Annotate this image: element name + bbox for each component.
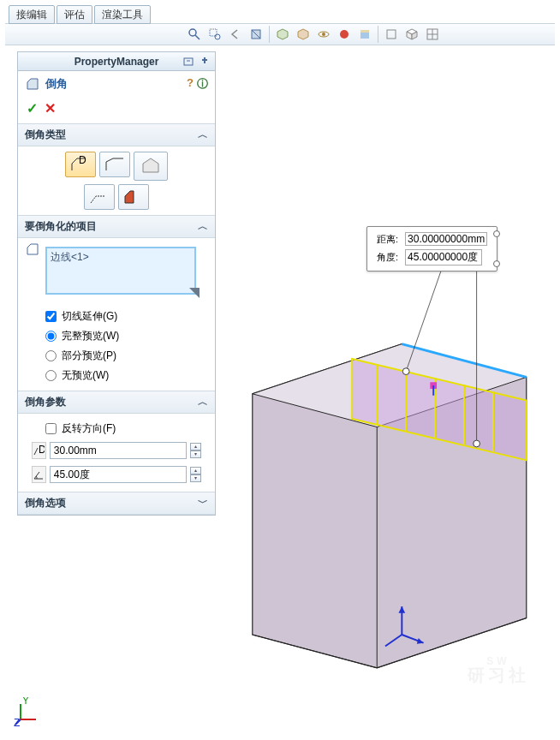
partial-preview-label: 部分预览(P) [62, 349, 116, 363]
scene-icon[interactable] [355, 25, 374, 44]
full-preview-radio[interactable] [45, 331, 57, 342]
appearance-icon[interactable] [335, 25, 354, 44]
svg-rect-9 [360, 33, 369, 39]
tab-render[interactable]: 渲染工具 [94, 5, 151, 24]
help-icon[interactable]: ? [187, 76, 194, 92]
chevron-down-icon: ﹀ [198, 496, 208, 510]
view-orientation-icon[interactable] [273, 25, 292, 44]
section-options[interactable]: 倒角选项 ﹀ [18, 492, 215, 515]
view-triad: Y Z [14, 697, 43, 726]
no-preview-radio[interactable] [45, 370, 57, 381]
grid-icon[interactable] [423, 25, 442, 44]
feature-header: 倒角 ? ⓘ [18, 71, 215, 97]
toolbar-separator [378, 26, 378, 43]
svg-point-35 [402, 368, 409, 375]
distance-icon: D [32, 442, 46, 459]
pm-title: PropertyManager [74, 56, 159, 68]
svg-point-7 [322, 33, 325, 36]
no-preview-label: 无预览(W) [62, 368, 109, 383]
feature-name: 倒角 [45, 76, 182, 92]
toolbar-separator [269, 26, 270, 43]
chevron-up-icon: ︿ [198, 128, 208, 142]
tangent-propagation-checkbox[interactable] [45, 311, 57, 322]
hide-show-icon[interactable] [314, 25, 333, 44]
angle-spinner[interactable]: ▴▾ [190, 467, 201, 482]
cube-icon[interactable] [402, 25, 421, 44]
callout-distance-label: 距离: [374, 231, 401, 247]
svg-rect-15 [184, 58, 193, 65]
section-title: 倒角选项 [25, 496, 66, 510]
svg-text:D: D [79, 155, 86, 166]
svg-rect-10 [360, 30, 369, 33]
svg-text:D: D [39, 445, 45, 456]
svg-point-3 [215, 34, 220, 39]
tab-evaluate[interactable]: 评估 [57, 5, 92, 24]
confirm-bar: ✓ ✕ [18, 97, 215, 123]
svg-point-36 [474, 440, 480, 447]
display-style-icon[interactable] [294, 25, 313, 44]
section-params[interactable]: 倒角参数 ︿ [18, 391, 215, 414]
view-toolbar [5, 23, 555, 45]
chevron-up-icon: ︿ [198, 219, 208, 234]
section-title: 倒角参数 [25, 395, 66, 409]
chamfer-type-distance-distance[interactable] [99, 152, 130, 177]
partial-preview-radio[interactable] [45, 350, 57, 361]
selection-list[interactable]: 边线<1> [45, 247, 196, 295]
callout-angle-label: 角度: [374, 248, 401, 266]
prev-view-icon[interactable] [226, 25, 245, 44]
full-preview-label: 完整预览(W) [62, 329, 119, 343]
svg-rect-11 [387, 30, 396, 39]
svg-text:Z: Z [14, 717, 20, 726]
angle-input[interactable] [50, 466, 187, 483]
graphics-viewport[interactable]: 距离: 30.00000000mm 角度: 45.00000000度 [219, 48, 548, 728]
section-items[interactable]: 要倒角化的项目 ︿ [18, 215, 215, 238]
selection-item[interactable]: 边线<1> [51, 250, 191, 265]
dimension-callout[interactable]: 距离: 30.00000000mm 角度: 45.00000000度 [366, 226, 497, 272]
property-manager-panel: PropertyManager 倒角 ? ⓘ ✓ ✕ 倒角类型 ︿ D 要倒 [17, 51, 216, 516]
pm-titlebar: PropertyManager [18, 52, 215, 71]
section-title: 要倒角化的项目 [25, 219, 97, 234]
distance-input[interactable] [50, 442, 187, 459]
svg-line-1 [195, 35, 200, 39]
reverse-label: 反转方向(F) [62, 421, 116, 436]
chamfer-type-angle-distance[interactable]: D [65, 152, 96, 177]
ribbon-tabs: 接编辑 评估 渲染工具 [9, 5, 555, 24]
callout-angle-value[interactable]: 45.00000000度 [405, 249, 482, 266]
svg-point-8 [340, 30, 349, 39]
tangent-label: 切线延伸(G) [62, 309, 117, 324]
section-title: 倒角类型 [25, 128, 66, 142]
ok-button[interactable]: ✓ [27, 100, 38, 116]
watermark: SW 研习社 [468, 656, 529, 683]
chamfer-icon [25, 76, 40, 92]
section-view-icon[interactable] [247, 25, 265, 44]
distance-spinner[interactable]: ▴▾ [190, 443, 201, 458]
svg-point-0 [189, 29, 196, 36]
cancel-button[interactable]: ✕ [45, 100, 56, 116]
tab-edit[interactable]: 接编辑 [9, 5, 55, 24]
model-view [219, 48, 548, 728]
chamfer-type-vertex[interactable] [134, 152, 168, 181]
chamfer-type-offset-face[interactable] [84, 184, 115, 210]
zoom-fit-icon[interactable] [185, 25, 204, 44]
callout-distance-value[interactable]: 30.00000000mm [405, 232, 487, 246]
zoom-area-icon[interactable] [206, 25, 224, 44]
pushpin-icon[interactable] [198, 55, 211, 69]
chamfer-type-face-face[interactable] [118, 184, 149, 210]
keep-visible-icon[interactable] [182, 55, 196, 69]
edge-select-icon [25, 242, 40, 260]
reverse-direction-checkbox[interactable] [45, 423, 57, 434]
angle-icon [32, 466, 46, 483]
section-chamfer-type[interactable]: 倒角类型 ︿ [18, 123, 215, 146]
svg-text:Y: Y [22, 697, 29, 707]
chevron-up-icon: ︿ [198, 395, 208, 409]
view-settings-icon[interactable] [382, 25, 401, 44]
detailed-help-icon[interactable]: ⓘ [197, 76, 208, 92]
